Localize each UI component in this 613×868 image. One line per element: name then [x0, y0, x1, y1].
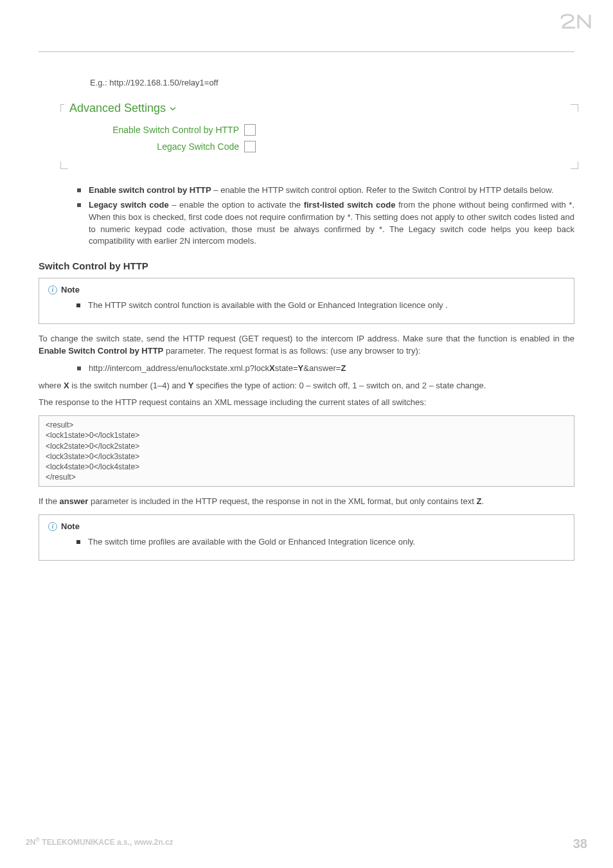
corner-decoration	[571, 161, 578, 169]
list-item: Enable switch control by HTTP – enable t…	[77, 185, 574, 197]
code-line: <lock1state>0</lock1state>	[46, 430, 567, 440]
code-line: <lock4state>0</lock4state>	[46, 462, 567, 472]
advanced-settings-title: Advanced Settings	[69, 102, 166, 115]
text-span: specifies the type of action: 0 – switch…	[193, 381, 486, 390]
note-box: i Note The HTTP switch control function …	[39, 278, 574, 324]
code-block: <result> <lock1state>0</lock1state> <loc…	[39, 415, 574, 487]
footer-registered: ®	[35, 836, 40, 843]
url-variable: X	[269, 363, 275, 373]
note-list: The HTTP switch control function is avai…	[76, 300, 565, 312]
setting-row: Enable Switch Control by HTTP	[64, 124, 574, 136]
setting-row: Legacy Switch Code	[64, 141, 574, 152]
feature-bullet-list: Enable switch control by HTTP – enable t…	[77, 185, 574, 248]
body-paragraph: where X is the switch number (1–4) and Y…	[39, 380, 574, 392]
list-item: The HTTP switch control function is avai…	[76, 300, 565, 312]
body-paragraph: The response to the HTTP request contain…	[39, 397, 574, 409]
url-variable: Z	[341, 363, 346, 373]
bullet-lead: Legacy switch code	[89, 200, 169, 210]
page-number: 38	[573, 836, 587, 851]
text-bold: X	[64, 381, 69, 390]
code-line: <lock3state>0</lock3state>	[46, 451, 567, 462]
advanced-settings-toggle[interactable]: Advanced Settings	[64, 99, 181, 119]
info-icon: i	[48, 285, 57, 294]
note-title: Note	[61, 521, 80, 531]
footer-brand: 2N	[26, 838, 35, 847]
url-part: http://intercom_address/enu/lockstate.xm…	[89, 363, 269, 373]
footer-company: TELEKOMUNIKACE a.s., www.2n.cz	[40, 838, 173, 847]
url-part: &answer=	[303, 363, 341, 373]
advanced-settings-panel: Advanced Settings Enable Switch Control …	[64, 99, 574, 167]
list-item: Legacy switch code – enable the option t…	[77, 199, 574, 248]
code-line: </result>	[46, 472, 567, 482]
bullet-lead: Enable switch control by HTTP	[89, 185, 211, 195]
text-span: parameter is included in the HTTP reques…	[88, 496, 476, 506]
header-divider	[39, 51, 574, 52]
example-url-text: E.g.: http://192.168.1.50/relay1=off	[90, 78, 574, 87]
note-list: The switch time profiles are available w…	[76, 536, 565, 548]
note-title: Note	[61, 285, 80, 294]
url-variable: Y	[298, 363, 304, 373]
page-footer: 2N® TELEKOMUNIKACE a.s., www.2n.cz 38	[26, 836, 587, 851]
note-title-row: i Note	[48, 285, 565, 294]
setting-label: Legacy Switch Code	[64, 141, 244, 152]
note-box: i Note The switch time profiles are avai…	[39, 514, 574, 561]
setting-label: Enable Switch Control by HTTP	[64, 125, 244, 135]
footer-left: 2N® TELEKOMUNIKACE a.s., www.2n.cz	[26, 836, 173, 851]
text-bold: Enable Switch Control by HTTP	[39, 346, 163, 356]
code-line: <lock2state>0</lock2state>	[46, 441, 567, 451]
note-title-row: i Note	[48, 521, 565, 531]
code-line: <result>	[46, 420, 567, 430]
corner-decoration	[571, 104, 578, 112]
enable-http-checkbox[interactable]	[244, 124, 256, 136]
text-span: If the	[39, 496, 60, 506]
text-span: is the switch number (1–4) and	[69, 381, 188, 390]
text-bold: answer	[60, 496, 89, 506]
corner-decoration	[60, 161, 68, 169]
list-item: The switch time profiles are available w…	[76, 536, 565, 548]
note-text: The switch time profiles are available w…	[88, 536, 565, 548]
bullet-mid-bold: first-listed switch code	[304, 200, 396, 210]
chevron-down-icon	[170, 104, 176, 113]
info-icon: i	[48, 522, 57, 531]
body-paragraph: To change the switch state, send the HTT…	[39, 333, 574, 357]
text-span: parameter. The request format is as foll…	[163, 346, 420, 356]
note-text: The HTTP switch control function is avai…	[88, 300, 448, 310]
section-heading: Switch Control by HTTP	[39, 260, 574, 271]
brand-logo	[559, 13, 594, 33]
bullet-text: – enable the HTTP switch control option.…	[211, 185, 554, 195]
body-paragraph: If the answer parameter is included in t…	[39, 496, 574, 508]
text-span: .	[481, 496, 484, 506]
bullet-text: – enable the option to activate the	[169, 200, 304, 210]
text-span: To change the switch state, send the HTT…	[39, 334, 574, 343]
text-span: where	[39, 381, 64, 390]
url-bullet-list: http://intercom_address/enu/lockstate.xm…	[77, 363, 574, 375]
url-part: state=	[275, 363, 298, 373]
legacy-switch-code-checkbox[interactable]	[244, 141, 256, 152]
list-item: http://intercom_address/enu/lockstate.xm…	[77, 363, 574, 375]
